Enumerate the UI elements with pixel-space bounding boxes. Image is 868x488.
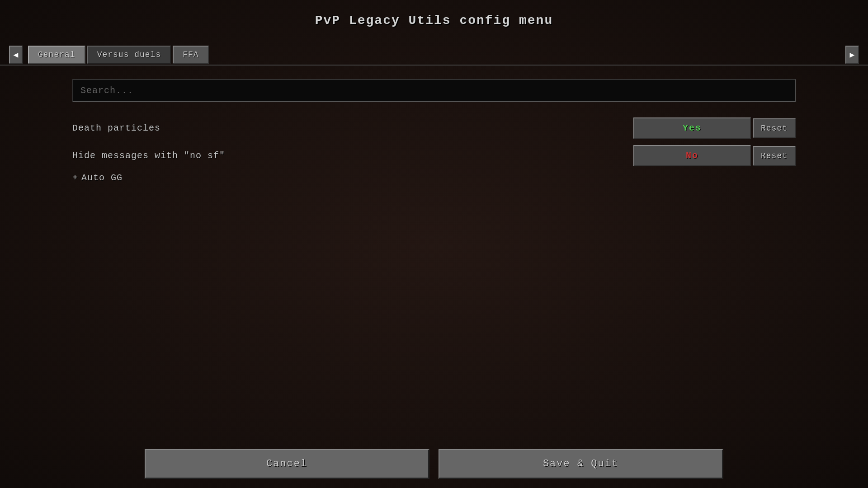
tab-arrow-left[interactable]: ◀ — [9, 46, 23, 64]
cancel-button[interactable]: Cancel — [145, 449, 429, 479]
setting-row-death-particles: Death particles Yes Reset — [72, 116, 796, 141]
tab-general[interactable]: General — [28, 46, 85, 64]
setting-row-hide-messages: Hide messages with "no sf" No Reset — [72, 143, 796, 168]
expand-icon-auto-gg: + — [72, 173, 78, 183]
reset-hide-messages[interactable]: Reset — [753, 146, 796, 166]
page-container: PvP Legacy Utils config menu ◀ General V… — [0, 0, 868, 488]
tab-arrow-right[interactable]: ▶ — [845, 46, 859, 64]
tabs-container: General Versus duels FFA — [24, 46, 859, 64]
search-container — [72, 79, 796, 102]
arrow-left-icon: ◀ — [14, 50, 19, 60]
tab-bar: ◀ General Versus duels FFA ▶ — [0, 46, 868, 64]
settings-list: Death particles Yes Reset Hide messages … — [72, 116, 796, 185]
setting-controls-hide-messages: No Reset — [633, 145, 796, 166]
toggle-hide-messages[interactable]: No — [633, 145, 751, 166]
bottom-bar: Cancel Save & Quit — [0, 440, 868, 488]
search-input[interactable] — [72, 79, 796, 102]
content-area: Death particles Yes Reset Hide messages … — [0, 66, 868, 488]
tab-ffa[interactable]: FFA — [173, 46, 208, 64]
page-title: PvP Legacy Utils config menu — [315, 14, 553, 28]
setting-label-death-particles: Death particles — [72, 123, 160, 133]
reset-death-particles[interactable]: Reset — [753, 118, 796, 138]
toggle-death-particles[interactable]: Yes — [633, 117, 751, 139]
save-quit-button[interactable]: Save & Quit — [439, 449, 723, 479]
expand-label-auto-gg: Auto GG — [81, 173, 123, 183]
setting-label-hide-messages: Hide messages with "no sf" — [72, 150, 225, 161]
arrow-right-icon: ▶ — [850, 50, 855, 60]
group-auto-gg[interactable]: + Auto GG — [72, 171, 796, 185]
tab-versus-duels[interactable]: Versus duels — [87, 46, 171, 64]
setting-controls-death-particles: Yes Reset — [633, 117, 796, 139]
